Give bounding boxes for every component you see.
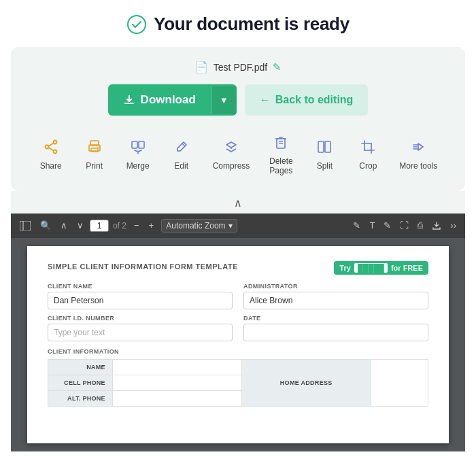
file-icon: 📄 [194,61,208,73]
crop-label: Crop [359,161,377,171]
pdf-viewer: 🔍 ∧ ∨ 1 of 2 − + Automatic Zoom ▾ ✎ T ✎ … [11,214,465,451]
search-button[interactable]: 🔍 [37,218,54,233]
client-name-label: CLIENT NAME [48,283,233,290]
share-label: Share [40,161,62,171]
text-button[interactable]: T [366,218,378,233]
delete-pages-icon [273,135,288,153]
image-button[interactable]: ⛶ [396,218,412,233]
page-number-input[interactable]: 1 [90,220,109,232]
administrator-value: Alice Brown [243,292,428,309]
client-id-value: Type your text [48,324,233,341]
svg-line-4 [48,143,54,147]
tool-print[interactable]: Print [75,135,114,175]
print-pdf-button[interactable]: ⎙ [414,218,426,233]
edit-label: Edit [174,161,188,171]
zoom-label: Automatic Zoom [166,221,225,230]
collapse-row: ∧ [11,191,465,214]
check-circle-icon [126,14,147,35]
page-total: of 2 [112,221,128,230]
tool-delete-pages[interactable]: DeletePages [262,131,300,180]
crop-icon [360,139,375,158]
cell-phone-label-cell: CELL PHONE [48,375,113,390]
svg-rect-28 [20,221,31,230]
more-options-button[interactable]: ›› [447,218,460,233]
pdf-col-id: CLIENT I.D. NUMBER Type your text [48,309,233,341]
download-pdf-button[interactable] [428,219,445,233]
delete-pages-label: DeletePages [269,156,293,176]
file-info: 📄 Test PDF.pdf ✎ [27,61,449,73]
pdf-try-badge[interactable]: Try █████ for FREE [334,261,428,275]
zoom-in-button[interactable]: + [146,218,158,233]
document-card: 📄 Test PDF.pdf ✎ Download ▼ ← Back to ed… [11,47,465,191]
svg-rect-20 [325,141,330,152]
pdf-fields-row2: CLIENT I.D. NUMBER Type your text DATE [48,309,428,341]
tool-share[interactable]: Share [32,135,70,175]
split-label: Split [317,161,333,171]
pdf-toolbar: 🔍 ∧ ∨ 1 of 2 − + Automatic Zoom ▾ ✎ T ✎ … [11,214,465,238]
tool-split[interactable]: Split [305,135,343,175]
merge-icon [131,139,146,158]
svg-rect-11 [139,141,144,148]
download-label: Download [141,93,196,107]
page-down-button[interactable]: ∨ [73,218,87,233]
svg-point-1 [53,141,56,144]
action-buttons: Download ▼ ← Back to editing [27,84,449,116]
page-wrapper: Your document is ready 📄 Test PDF.pdf ✎ … [0,0,476,451]
name-extra-cell: HOME ADDRESS [241,359,371,406]
tools-row: Share Print [27,131,449,180]
name-label-cell: NAME [48,359,113,375]
edit-file-icon[interactable]: ✎ [273,61,282,73]
print-label: Print [86,161,103,171]
draw-button[interactable]: ✎ [380,218,394,233]
svg-point-2 [53,150,56,154]
client-info-section-title: CLIENT INFORMATION [48,348,428,355]
client-name-value: Dan Peterson [48,292,233,309]
sidebar-toggle-button[interactable] [16,219,34,233]
more-tools-icon [411,139,426,158]
pdf-toolbar-right: ✎ T ✎ ⛶ ⎙ ›› [350,218,460,233]
client-info-table: NAME HOME ADDRESS CELL PHONE ALT. PHONE [48,359,428,407]
split-icon [317,139,332,158]
compress-icon [224,139,239,158]
alt-phone-value-cell [112,390,241,406]
cell-phone-value-cell [112,375,241,390]
collapse-button[interactable]: ∧ [227,195,249,211]
page-up-button[interactable]: ∧ [57,218,71,233]
tool-crop[interactable]: Crop [349,135,387,175]
zoom-out-button[interactable]: − [131,218,143,233]
svg-rect-10 [132,141,137,148]
tool-more-tools[interactable]: More tools [392,135,444,175]
client-id-label: CLIENT I.D. NUMBER [48,315,233,322]
pdf-col-date: DATE [243,309,428,341]
pdf-col-right: ADMINISTRATOR Alice Brown [243,277,428,309]
pdf-col-left: CLIENT NAME Dan Peterson [48,277,233,309]
download-button[interactable]: Download ▼ [108,84,237,116]
pdf-page: Try █████ for FREE SIMPLE CLIENT INFORMA… [27,246,449,443]
download-button-main: Download [108,84,211,116]
administrator-label: ADMINISTRATOR [243,283,428,290]
download-dropdown-arrow[interactable]: ▼ [211,86,237,114]
home-addr-value [371,359,428,406]
page-title: Your document is ready [154,14,350,35]
tool-edit[interactable]: Edit [163,135,201,175]
tool-merge[interactable]: Merge [119,135,157,175]
alt-phone-label-cell: ALT. PHONE [48,390,113,406]
download-icon [123,94,135,106]
tool-compress[interactable]: Compress [206,135,257,175]
svg-point-3 [45,146,48,149]
share-icon [44,139,58,158]
name-value-cell [112,359,241,375]
back-label: Back to editing [275,94,354,106]
back-to-editing-button[interactable]: ← Back to editing [245,84,369,116]
print-icon [87,139,102,158]
svg-rect-19 [318,141,324,152]
zoom-selector[interactable]: Automatic Zoom ▾ [161,219,237,233]
svg-point-9 [97,147,99,148]
annotate-button[interactable]: ✎ [350,218,364,233]
table-row-name: NAME HOME ADDRESS [48,359,428,375]
svg-point-0 [128,16,146,33]
back-arrow-icon: ← [260,94,271,106]
date-label: DATE [243,315,428,322]
merge-label: Merge [126,161,150,171]
edit-tool-icon [174,139,189,158]
